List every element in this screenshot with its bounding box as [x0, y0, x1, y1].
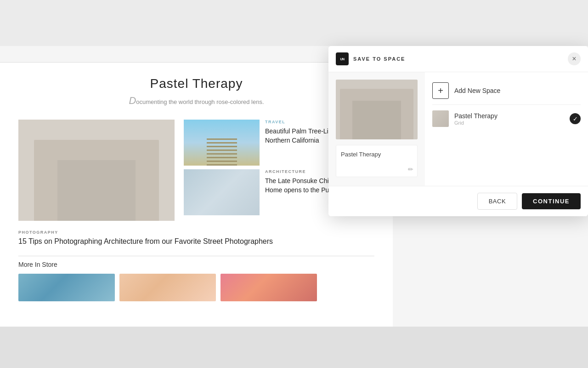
subtitle-text: ocumenting the world through rose-colore…	[136, 98, 264, 105]
preview-building-illustration	[336, 80, 418, 139]
background-top	[0, 0, 588, 51]
more-item-1	[18, 274, 115, 301]
background-bottom	[0, 327, 588, 368]
save-to-space-modal: UN SAVE TO SPACE × Pastel Therapy ✏ + Ad…	[328, 46, 588, 216]
site-subtitle: Documenting the world through rose-color…	[18, 96, 374, 106]
space-name-0: Pastel Therapy	[454, 112, 564, 120]
space-info-0: Pastel Therapy Grid	[454, 112, 564, 126]
modal-body: Pastel Therapy ✏ + Add New Space Pastel …	[328, 72, 588, 186]
subtitle-dropcap: D	[129, 95, 136, 106]
preview-caption-text: Pastel Therapy	[341, 151, 381, 158]
space-item-0[interactable]: Pastel Therapy Grid ✓	[432, 105, 581, 132]
modal-close-button[interactable]: ×	[568, 52, 581, 65]
space-selected-check-0: ✓	[570, 113, 581, 124]
preview-image	[336, 80, 418, 139]
continue-button[interactable]: CONTINUE	[522, 193, 581, 209]
add-space-icon: +	[432, 82, 449, 99]
building-illustration	[18, 120, 175, 221]
main-article-title: 15 Tips on Photographing Architecture fr…	[18, 236, 374, 247]
main-article-category: PHOTOGRAPHY	[18, 230, 374, 235]
space-thumbnail-0	[432, 110, 449, 127]
article-grid: TRAVEL Beautiful Palm Tree-Lined Beaches…	[18, 120, 374, 221]
close-icon: ×	[572, 55, 576, 63]
main-article-img	[18, 120, 175, 221]
palm-article-img	[184, 120, 260, 166]
more-item-3	[220, 274, 317, 301]
preview-caption-area: Pastel Therapy ✏	[336, 145, 418, 177]
modern-building-article-img	[184, 169, 260, 215]
modal-spaces-panel: + Add New Space Pastel Therapy Grid ✓	[425, 72, 588, 186]
more-section: More In Store	[18, 256, 374, 301]
modal-footer: BACK CONTINUE	[328, 186, 588, 216]
main-article-image-container	[18, 120, 175, 221]
bottom-article: PHOTOGRAPHY 15 Tips on Photographing Arc…	[18, 230, 374, 247]
add-new-space-item[interactable]: + Add New Space	[432, 77, 581, 105]
unum-logo-modal: UN	[336, 52, 349, 65]
back-button[interactable]: BACK	[477, 193, 517, 210]
more-section-title: More In Store	[18, 261, 374, 268]
more-item-2	[119, 274, 216, 301]
site-title: Pastel Therapy	[18, 76, 374, 91]
add-new-space-label: Add New Space	[454, 87, 500, 94]
modal-preview-panel: Pastel Therapy ✏	[328, 72, 425, 186]
modal-header-title: SAVE TO SPACE	[353, 56, 405, 62]
space-type-0: Grid	[454, 120, 564, 126]
more-grid	[18, 274, 374, 301]
modal-header-left: UN SAVE TO SPACE	[336, 52, 405, 65]
modal-header: UN SAVE TO SPACE ×	[328, 46, 588, 72]
edit-icon[interactable]: ✏	[408, 166, 413, 173]
